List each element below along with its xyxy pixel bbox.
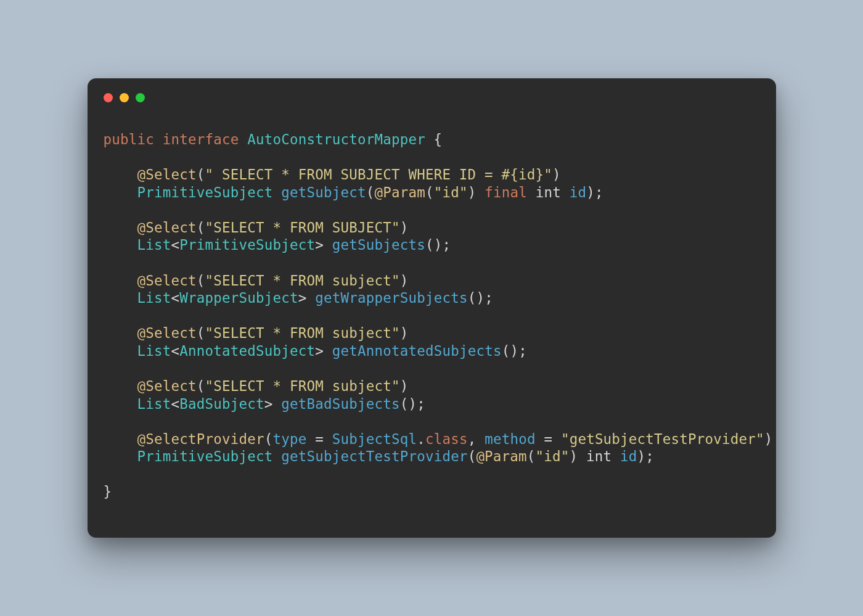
method-string: "getSubjectTestProvider" xyxy=(561,431,764,447)
kw-public: public xyxy=(104,131,154,147)
return-type: List xyxy=(137,396,171,412)
maximize-icon[interactable] xyxy=(136,93,145,102)
return-type: PrimitiveSubject xyxy=(137,448,273,464)
annotation-selectprovider: @SelectProvider xyxy=(137,431,264,447)
gt: > xyxy=(315,343,324,359)
type-name: AutoConstructorMapper xyxy=(247,131,425,147)
sql-string: "SELECT * FROM subject" xyxy=(205,325,399,341)
sql-string: "SELECT * FROM subject" xyxy=(205,273,399,289)
param-name: id xyxy=(620,448,637,464)
code-window: public interface AutoConstructorMapper {… xyxy=(88,78,776,538)
sql-string: "SELECT * FROM SUBJECT" xyxy=(205,220,399,236)
paren: ) xyxy=(552,166,561,183)
kw-class: class xyxy=(425,431,468,447)
paren: ( xyxy=(425,184,434,200)
attr-key: method xyxy=(485,431,535,447)
method-name: getSubjectTestProvider xyxy=(281,448,467,464)
paren: ( xyxy=(197,378,205,394)
annotation-select: @Select xyxy=(137,325,197,341)
paren: ) xyxy=(468,184,476,200)
return-type: PrimitiveSubject xyxy=(137,184,273,200)
paren: ( xyxy=(197,273,205,289)
attr-key: type xyxy=(272,431,306,447)
annotation-select: @Select xyxy=(137,378,197,394)
comma: , xyxy=(468,431,485,447)
gt: > xyxy=(298,290,307,306)
param-name: id xyxy=(570,184,587,200)
paren: ) xyxy=(570,448,578,464)
close-icon[interactable] xyxy=(104,93,113,102)
paren: ( xyxy=(197,325,205,341)
method-name: getBadSubjects xyxy=(281,396,399,412)
minimize-icon[interactable] xyxy=(120,93,129,102)
method-name: getWrapperSubjects xyxy=(315,290,467,306)
param-type: int xyxy=(586,448,611,464)
generic-type: WrapperSubject xyxy=(179,290,298,306)
lt: < xyxy=(171,290,180,306)
window-titlebar xyxy=(88,78,776,109)
generic-type: PrimitiveSubject xyxy=(179,237,315,253)
paren: ) xyxy=(764,431,773,447)
return-type: List xyxy=(137,343,171,359)
sig: (); xyxy=(468,290,493,306)
param-string: "id" xyxy=(434,184,468,200)
paren: ( xyxy=(197,220,205,236)
sig: (); xyxy=(400,396,425,412)
annotation-param: @Param xyxy=(476,448,526,464)
sig: (); xyxy=(425,237,451,253)
paren: ) xyxy=(400,273,409,289)
dot: . xyxy=(417,431,425,447)
paren: ); xyxy=(637,448,655,464)
method-name: getSubject xyxy=(281,184,366,200)
method-name: getSubjects xyxy=(332,237,425,253)
paren: ); xyxy=(586,184,603,200)
param-type: int xyxy=(536,184,561,200)
paren: ( xyxy=(366,184,375,200)
paren: ( xyxy=(197,166,205,183)
annotation-select: @Select xyxy=(137,273,197,289)
method-name: getAnnotatedSubjects xyxy=(332,343,502,359)
generic-type: AnnotatedSubject xyxy=(179,343,315,359)
lt: < xyxy=(171,343,180,359)
code-block: public interface AutoConstructorMapper {… xyxy=(88,109,776,538)
return-type: List xyxy=(137,237,171,253)
paren: ) xyxy=(400,325,409,341)
return-type: List xyxy=(137,290,171,306)
paren: ) xyxy=(400,220,409,236)
class-ref: SubjectSql xyxy=(332,431,417,447)
gt: > xyxy=(315,237,324,253)
sql-string: "SELECT * FROM subject" xyxy=(205,378,399,394)
sig: (); xyxy=(502,343,527,359)
annotation-select: @Select xyxy=(137,220,197,236)
kw-interface: interface xyxy=(163,131,239,147)
lt: < xyxy=(171,396,180,412)
generic-type: BadSubject xyxy=(179,396,264,412)
sql-string: " SELECT * FROM SUBJECT WHERE ID = #{id}… xyxy=(205,166,552,183)
paren: ( xyxy=(527,448,536,464)
param-string: "id" xyxy=(536,448,570,464)
annotation-param: @Param xyxy=(374,184,425,200)
lt: < xyxy=(171,237,180,253)
paren: ( xyxy=(468,448,476,464)
gt: > xyxy=(264,396,273,412)
paren: ( xyxy=(264,431,273,447)
brace-open: { xyxy=(425,131,443,147)
paren: ) xyxy=(400,378,409,394)
kw-final: final xyxy=(485,184,527,200)
eq: = xyxy=(306,431,332,447)
brace-close: } xyxy=(104,483,112,499)
eq: = xyxy=(536,431,561,447)
annotation-select: @Select xyxy=(137,166,197,183)
